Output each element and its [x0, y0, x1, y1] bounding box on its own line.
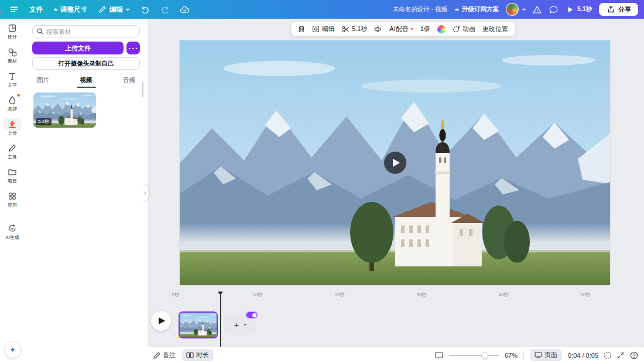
zoom-slider-thumb[interactable] [481, 352, 488, 359]
uploaded-video-thumbnail[interactable]: 5.1秒 [33, 93, 96, 128]
context-toolbar: 编辑 5.1秒 AI配音 ▾ 1倍 动画 更改位置 [291, 22, 515, 36]
fullscreen-button[interactable] [617, 352, 624, 359]
edit-video-label: 编辑 [322, 25, 335, 33]
sidebar-item-uploads[interactable]: 上传 [0, 115, 25, 139]
cloud-saved-icon[interactable] [180, 5, 190, 14]
playback-speed-button[interactable]: 1倍 [420, 25, 430, 33]
search-input[interactable] [46, 28, 128, 35]
trim-duration-label: 5.1秒 [352, 25, 367, 33]
ruler-tick: 20秒 [335, 292, 345, 298]
undo-icon[interactable] [141, 5, 150, 14]
ruler-tick: 50秒 [581, 292, 591, 298]
crown-icon [454, 5, 460, 14]
ruler-tick: 10秒 [253, 292, 263, 298]
sidebar-item-text[interactable]: 文字 [0, 67, 25, 91]
speed-label: 1倍 [420, 25, 430, 33]
add-member-icon[interactable]: + [522, 6, 526, 13]
ai-voiceover-label: AI配音 [389, 25, 408, 33]
sidebar-label: 项目 [8, 179, 17, 184]
elements-icon [4, 46, 21, 58]
sidebar-item-projects[interactable]: 项目 [0, 163, 25, 187]
preview-play-button[interactable]: 5.1秒 [566, 5, 592, 14]
comment-icon[interactable] [549, 5, 559, 14]
edit-menu[interactable]: 编辑 [98, 5, 130, 14]
sidebar-item-design[interactable]: 设计 [0, 19, 25, 43]
position-button[interactable]: 更改位置 [482, 25, 508, 33]
animate-button[interactable]: 动画 [453, 25, 475, 33]
canvas-play-button[interactable] [384, 152, 406, 174]
sidebar-label: 上传 [8, 131, 17, 136]
upgrade-label: 升级订阅方案 [462, 5, 499, 13]
sidebar-label: 品牌 [8, 107, 17, 112]
grid-view-button[interactable] [604, 352, 611, 359]
design-icon [4, 22, 21, 34]
avatar[interactable] [506, 3, 519, 16]
zoom-slider[interactable] [449, 351, 499, 359]
time-display: 0:04 / 0:05 [568, 352, 598, 359]
topbar: 文件 调整尺寸 编辑 未命名的设计 - 视频 升级订阅方案 + [0, 0, 644, 19]
redo-icon[interactable] [160, 5, 170, 14]
sparkle-icon: ✦ [9, 345, 16, 354]
ai-voiceover-button[interactable]: AI配音 ▾ [389, 25, 413, 33]
timeline-ruler[interactable]: 0秒 10秒 20秒 30秒 40秒 50秒 [148, 292, 644, 300]
animate-label: 动画 [463, 25, 475, 33]
pro-toggle-badge[interactable] [246, 312, 257, 318]
search-box[interactable] [32, 25, 140, 37]
notes-button[interactable]: 备注 [153, 351, 176, 359]
upload-files-button[interactable]: 上传文件 [32, 42, 124, 54]
tab-images[interactable]: 图片 [32, 74, 54, 88]
sidebar-item-brand[interactable]: 品牌 [0, 91, 25, 115]
panel-collapse-button[interactable]: ‹ [142, 184, 149, 201]
duration-view-button[interactable]: 时长 [181, 349, 214, 361]
record-yourself-button[interactable]: 打开摄像头录制自己 [32, 57, 140, 70]
sidebar-label: 素材 [8, 59, 17, 64]
media-tabs: 图片 视频 音频 [32, 74, 140, 88]
tab-audio[interactable]: 音频 [118, 74, 140, 88]
play-icon [393, 159, 400, 167]
play-icon [566, 5, 575, 14]
notes-label: 备注 [163, 351, 176, 359]
zoom-slider-track[interactable] [449, 355, 499, 356]
animate-icon [453, 26, 460, 33]
color-wheel-button[interactable] [437, 25, 446, 33]
sidebar-label: AI生成 [5, 235, 19, 240]
panel-scrollbar[interactable] [142, 82, 143, 97]
help-button[interactable] [630, 351, 638, 359]
timeline-clip[interactable] [179, 311, 218, 338]
sidebar-item-ai-generate[interactable]: AI生成 [0, 219, 25, 243]
ai-assistant-button[interactable]: ✦ [5, 342, 20, 358]
pages-view-icon [535, 352, 542, 358]
resize-menu[interactable]: 调整尺寸 [53, 5, 87, 14]
warning-icon[interactable] [533, 5, 542, 14]
timeline-play-button[interactable] [151, 311, 171, 331]
file-menu[interactable]: 文件 [29, 5, 43, 14]
zoom-percent: 67% [505, 352, 518, 359]
sidebar-item-tools[interactable]: 工具 [0, 139, 25, 163]
document-title[interactable]: 未命名的设计 - 视频 [393, 5, 447, 13]
upgrade-button[interactable]: 升级订阅方案 [454, 5, 499, 14]
upload-more-button[interactable]: • • • [126, 42, 140, 54]
edit-menu-label: 编辑 [109, 5, 123, 14]
sidebar-item-elements[interactable]: 素材 [0, 43, 25, 67]
video-editor-app: 文件 调整尺寸 编辑 未命名的设计 - 视频 升级订阅方案 + [0, 0, 644, 363]
sidebar-label: 设计 [8, 35, 17, 40]
brand-icon [4, 94, 21, 106]
folder-icon [4, 166, 21, 178]
fit-screen-button[interactable] [435, 352, 443, 358]
ai-generate-icon [4, 222, 21, 234]
share-button[interactable]: 分享 [599, 3, 638, 16]
scissors-icon [342, 26, 350, 33]
notification-dot [17, 94, 20, 97]
pages-view-button[interactable]: 页面 [530, 349, 562, 361]
duration-view-icon [186, 352, 194, 358]
delete-button[interactable] [298, 25, 305, 33]
video-canvas[interactable] [180, 40, 610, 285]
pencil-icon [153, 352, 160, 359]
trim-button[interactable]: 5.1秒 [342, 25, 367, 33]
volume-button[interactable] [374, 26, 382, 33]
tab-videos[interactable]: 视频 [76, 74, 97, 88]
edit-video-button[interactable]: 编辑 [312, 25, 335, 33]
sidebar-item-apps[interactable]: 应用 [0, 187, 25, 211]
chevron-down-icon [125, 5, 130, 14]
home-menu-icon[interactable] [9, 5, 19, 14]
